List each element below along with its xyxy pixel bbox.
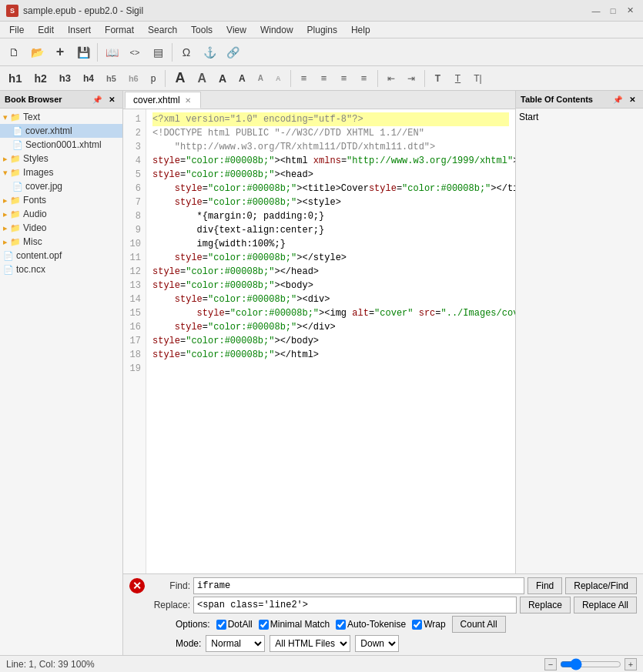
h5-button[interactable]: h5 bbox=[101, 72, 122, 85]
find-replace-bar: ✕ Find: Find Replace/Find Replace: Repla… bbox=[123, 573, 643, 655]
underline-button[interactable]: T bbox=[449, 69, 467, 88]
code-view-button[interactable]: <> bbox=[124, 42, 146, 63]
tree-item-section0001-xhtml[interactable]: 📄Section0001.xhtml bbox=[0, 138, 122, 152]
tree-item-audio[interactable]: ▸ 📁Audio bbox=[0, 207, 122, 221]
title-bar: S sample.epub - epub2.0 - Sigil — □ ✕ bbox=[0, 0, 643, 22]
menu-item-format[interactable]: Format bbox=[99, 23, 140, 37]
tab-cover-xhtml[interactable]: cover.xhtml ✕ bbox=[125, 92, 201, 109]
tree-item-styles[interactable]: ▸ 📁Styles bbox=[0, 152, 122, 165]
option-auto-tokenise[interactable]: Auto-Tokenise bbox=[336, 619, 406, 630]
close-button[interactable]: ✕ bbox=[623, 4, 637, 18]
align-left-button[interactable]: ≡ bbox=[295, 69, 313, 88]
code-content[interactable]: <?xml version="1.0" encoding="utf-8"?><!… bbox=[146, 109, 515, 573]
menu-item-help[interactable]: Help bbox=[345, 23, 377, 37]
heading-sep-2 bbox=[290, 70, 291, 87]
add-button[interactable]: + bbox=[49, 42, 71, 63]
book-browser-pin-button[interactable]: 📌 bbox=[91, 93, 103, 105]
font-medium-button[interactable]: A bbox=[192, 69, 212, 88]
replace-label: Replace: bbox=[148, 600, 190, 610]
tab-close-icon[interactable]: ✕ bbox=[183, 95, 193, 105]
save-button[interactable]: 💾 bbox=[72, 42, 94, 63]
font-small-button[interactable]: A bbox=[233, 71, 251, 86]
book-browser-close-button[interactable]: ✕ bbox=[105, 93, 118, 105]
increase-indent-button[interactable]: ⇥ bbox=[402, 69, 420, 88]
insert-special-button[interactable]: T bbox=[429, 69, 447, 88]
tree-item-cover-xhtml[interactable]: 📄cover.xhtml bbox=[0, 124, 122, 138]
new-button[interactable]: 🗋 bbox=[3, 42, 25, 63]
zoom-out-button[interactable]: − bbox=[544, 658, 557, 670]
replace-find-button[interactable]: Replace/Find bbox=[565, 577, 637, 594]
count-all-button[interactable]: Count All bbox=[452, 616, 506, 633]
menu-item-plugins[interactable]: Plugins bbox=[301, 23, 343, 37]
replace-button[interactable]: Replace bbox=[520, 597, 571, 613]
menu-item-edit[interactable]: Edit bbox=[32, 23, 60, 37]
find-input[interactable] bbox=[193, 577, 524, 594]
replace-input[interactable] bbox=[193, 597, 517, 613]
h1-button[interactable]: h1 bbox=[3, 69, 28, 87]
tree-item-misc[interactable]: ▸ 📁Misc bbox=[0, 235, 122, 249]
zoom-in-button[interactable]: + bbox=[625, 658, 637, 670]
align-justify-button[interactable]: ≡ bbox=[355, 69, 373, 88]
link-button[interactable]: 🔗 bbox=[222, 42, 243, 63]
tree-item-images[interactable]: ▾ 📁Images bbox=[0, 165, 122, 179]
line-number-8: 8 bbox=[128, 209, 141, 223]
text-divider-button[interactable]: T| bbox=[469, 69, 487, 88]
scope-select[interactable]: All HTML Files Current File Selected Fil… bbox=[270, 635, 350, 652]
preview-button[interactable]: ▤ bbox=[147, 42, 169, 63]
h3-button[interactable]: h3 bbox=[54, 70, 76, 86]
toc-close-button[interactable]: ✕ bbox=[626, 93, 638, 105]
code-line-6: style="color:#00008b;"><head> bbox=[152, 168, 509, 182]
minimize-button[interactable]: — bbox=[589, 4, 603, 18]
options-label: Options: bbox=[176, 619, 210, 630]
menu-item-search[interactable]: Search bbox=[142, 23, 183, 37]
tree-item-content-opf[interactable]: 📄content.opf bbox=[0, 249, 122, 262]
code-line-14: style="color:#00008b;"><body> bbox=[152, 279, 509, 293]
font-smaller-button[interactable]: A bbox=[253, 72, 269, 85]
font-smallest-button[interactable]: A bbox=[270, 72, 286, 85]
zoom-slider[interactable] bbox=[560, 659, 621, 670]
decrease-indent-button[interactable]: ⇤ bbox=[382, 69, 400, 88]
maximize-button[interactable]: □ bbox=[606, 4, 620, 18]
align-center-button[interactable]: ≡ bbox=[315, 69, 333, 88]
tree-item-text[interactable]: ▾ 📁Text bbox=[0, 110, 122, 124]
folder-icon: ▾ 📁 bbox=[3, 168, 21, 178]
code-line-2: <!DOCTYPE html PUBLIC "-//W3C//DTD XHTML… bbox=[152, 126, 509, 140]
heading-sep-4 bbox=[424, 70, 425, 87]
option-dotall[interactable]: DotAll bbox=[216, 619, 253, 630]
find-button[interactable]: Find bbox=[527, 577, 562, 594]
line-number-13: 13 bbox=[128, 279, 141, 293]
file-icon: 📄 bbox=[12, 182, 23, 192]
code-line-17: style="color:#00008b;"></div> bbox=[152, 320, 509, 334]
p-button[interactable]: p bbox=[146, 71, 162, 86]
font-large-button[interactable]: A bbox=[169, 68, 190, 89]
tree-item-cover-jpg[interactable]: 📄cover.jpg bbox=[0, 179, 122, 193]
direction-select[interactable]: Down Up bbox=[355, 635, 399, 652]
open-button[interactable]: 📂 bbox=[26, 42, 48, 63]
menu-item-file[interactable]: File bbox=[3, 23, 30, 37]
h2-button[interactable]: h2 bbox=[29, 70, 52, 87]
anchor-button[interactable]: ⚓ bbox=[199, 42, 220, 63]
menu-item-insert[interactable]: Insert bbox=[62, 23, 97, 37]
menu-item-window[interactable]: Window bbox=[254, 23, 300, 37]
tree-item-video[interactable]: ▸ 📁Video bbox=[0, 221, 122, 235]
book-view-button[interactable]: 📖 bbox=[101, 42, 122, 63]
tree-item-toc-ncx[interactable]: 📄toc.ncx bbox=[0, 262, 122, 276]
mode-select[interactable]: Normal Extended Regex bbox=[206, 635, 265, 652]
menu-item-view[interactable]: View bbox=[220, 23, 253, 37]
code-editor[interactable]: 12345678910111213141516171819 <?xml vers… bbox=[123, 109, 515, 573]
line-number-18: 18 bbox=[128, 348, 141, 362]
option-wrap[interactable]: Wrap bbox=[412, 619, 445, 630]
replace-all-button[interactable]: Replace All bbox=[574, 597, 637, 613]
align-right-button[interactable]: ≡ bbox=[335, 69, 353, 88]
h4-button[interactable]: h4 bbox=[78, 71, 99, 86]
menu-item-tools[interactable]: Tools bbox=[185, 23, 219, 37]
status-slider-area: − + bbox=[544, 658, 637, 670]
toc-pin-button[interactable]: 📌 bbox=[611, 93, 624, 105]
option-minimal-match[interactable]: Minimal Match bbox=[259, 619, 330, 630]
font-normal-button[interactable]: A bbox=[213, 70, 232, 87]
code-panel: cover.xhtml ✕ 12345678910111213141516171… bbox=[123, 91, 516, 573]
tree-item-fonts[interactable]: ▸ 📁Fonts bbox=[0, 193, 122, 207]
find-error-icon[interactable]: ✕ bbox=[129, 578, 145, 593]
h6-button[interactable]: h6 bbox=[123, 72, 144, 85]
special-chars-button[interactable]: Ω bbox=[176, 42, 197, 63]
